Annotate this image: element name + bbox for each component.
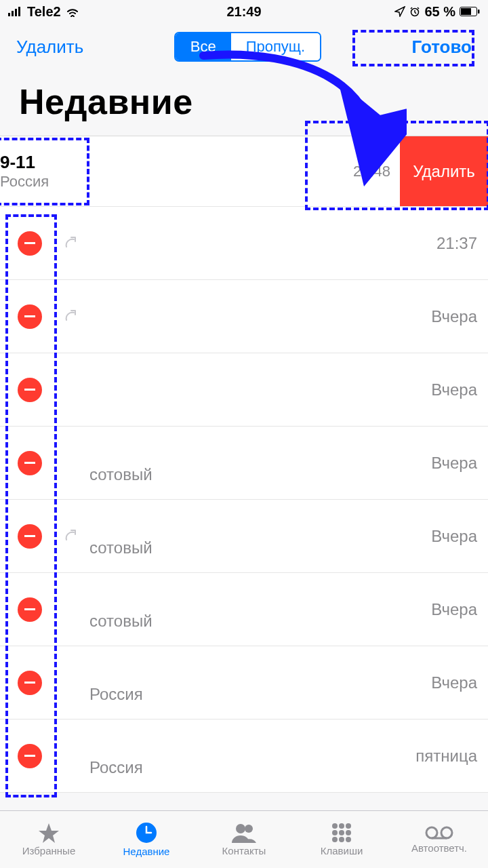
alarm-icon: [409, 6, 420, 17]
done-button[interactable]: Готово: [412, 37, 472, 58]
tab-contacts[interactable]: Контакты: [195, 811, 293, 868]
tab-keypad[interactable]: Клавиши: [293, 811, 390, 868]
delete-minus-button[interactable]: [18, 597, 42, 622]
row-time: Вчера: [431, 307, 477, 326]
recents-row[interactable]: сотовыйВчера: [0, 500, 488, 573]
recents-row[interactable]: сотовыйВчера: [0, 573, 488, 646]
page-title: Недавние: [0, 71, 488, 136]
outgoing-call-icon: [58, 236, 83, 251]
svg-rect-7: [478, 9, 480, 14]
svg-rect-0: [8, 13, 10, 16]
svg-point-17: [332, 837, 338, 842]
recents-row-swiped[interactable]: 9-11 Россия 21:48 Удалить: [0, 136, 488, 207]
row-subtitle: сотовый: [89, 538, 431, 557]
row-subtitle: сотовый: [89, 612, 431, 631]
signal-icon: [8, 7, 23, 16]
svg-point-11: [332, 823, 338, 829]
delete-minus-button[interactable]: [18, 304, 42, 329]
tab-label: Контакты: [222, 845, 266, 856]
delete-minus-button[interactable]: [18, 524, 42, 549]
row-time: пятница: [415, 747, 477, 766]
recents-row[interactable]: сотовыйВчера: [0, 427, 488, 500]
svg-point-15: [339, 830, 344, 835]
outgoing-call-icon: [58, 529, 83, 544]
keypad-icon: [331, 823, 352, 843]
svg-rect-2: [15, 9, 17, 16]
svg-point-10: [245, 825, 253, 833]
svg-point-21: [441, 827, 452, 838]
status-left: Tele2: [8, 4, 80, 20]
tab-label: Автоответч.: [411, 842, 467, 854]
delete-minus-button[interactable]: [18, 378, 42, 402]
contacts-icon: [232, 823, 256, 843]
svg-point-16: [346, 830, 351, 835]
tab-favorites[interactable]: Избранные: [0, 811, 98, 868]
row-subtitle: Россия: [89, 685, 431, 704]
svg-point-9: [236, 824, 245, 833]
clock-icon: [136, 822, 157, 844]
voicemail-icon: [425, 825, 453, 840]
battery-percent: 65 %: [424, 4, 455, 20]
svg-point-18: [339, 837, 344, 842]
clear-all-button[interactable]: Удалить: [16, 37, 83, 58]
row-time: Вчера: [431, 454, 477, 473]
status-time: 21:49: [226, 4, 261, 20]
tab-label: Избранные: [22, 845, 75, 856]
svg-point-19: [346, 837, 351, 842]
row-time: 21:48: [353, 163, 390, 180]
svg-rect-1: [12, 11, 14, 16]
row-subtitle: Россия: [89, 758, 415, 777]
recents-row[interactable]: Вчера: [0, 353, 488, 427]
tab-voicemail[interactable]: Автоответч.: [390, 811, 488, 868]
outgoing-call-icon: [58, 309, 83, 324]
wifi-icon: [65, 6, 80, 17]
location-icon: [394, 6, 405, 17]
delete-minus-button[interactable]: [18, 231, 42, 256]
battery-icon: [460, 7, 480, 16]
tab-bar: Избранные Недавние Контакты Клавиши Авто…: [0, 810, 488, 868]
recents-row[interactable]: РоссияВчера: [0, 646, 488, 719]
tab-recents[interactable]: Недавние: [98, 811, 195, 868]
svg-rect-3: [18, 7, 20, 16]
row-subtitle: сотовый: [89, 465, 431, 484]
recents-row[interactable]: Вчера: [0, 280, 488, 353]
row-time: Вчера: [431, 600, 477, 619]
delete-minus-button[interactable]: [18, 671, 42, 695]
tab-label: Клавиши: [321, 845, 363, 856]
svg-point-14: [332, 830, 338, 835]
recents-row[interactable]: Россияпятница: [0, 719, 488, 793]
row-time: Вчера: [431, 527, 477, 546]
segment-all[interactable]: Все: [176, 33, 231, 60]
carrier-label: Tele2: [27, 4, 61, 20]
svg-point-12: [339, 823, 344, 829]
star-icon: [38, 823, 60, 843]
tab-label: Недавние: [123, 846, 170, 857]
svg-rect-6: [461, 8, 471, 15]
row-subtitle: Россия: [0, 173, 49, 191]
recents-row[interactable]: 21:37: [0, 207, 488, 280]
delete-minus-button[interactable]: [18, 744, 42, 768]
segment-missed[interactable]: Пропущ.: [231, 33, 320, 60]
row-delete-button[interactable]: Удалить: [400, 136, 488, 206]
row-time: 21:37: [436, 234, 477, 253]
status-bar: Tele2 21:49 65 %: [0, 0, 488, 23]
nav-bar: Удалить Все Пропущ. Готово: [0, 23, 488, 71]
svg-point-20: [426, 827, 437, 838]
segmented-control: Все Пропущ.: [174, 32, 321, 62]
status-right: 65 %: [394, 4, 480, 20]
svg-point-13: [346, 823, 351, 829]
recents-list: 9-11 Россия 21:48 Удалить 21:37ВчераВчер…: [0, 136, 488, 793]
row-name: 9-11: [0, 152, 49, 173]
delete-minus-button[interactable]: [18, 451, 42, 475]
row-time: Вчера: [431, 380, 477, 399]
row-time: Вчера: [431, 673, 477, 692]
